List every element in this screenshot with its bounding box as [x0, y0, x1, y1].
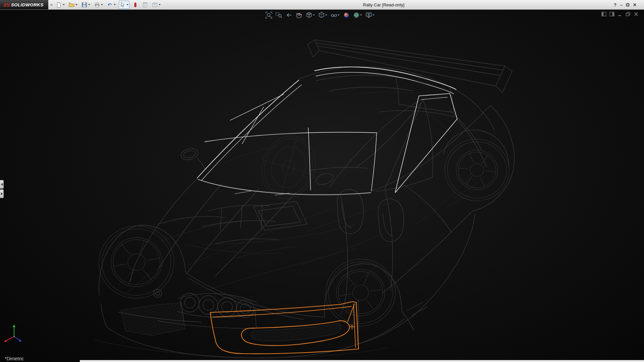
dassault-3ds-icon: ЗS	[3, 2, 10, 7]
undo-button[interactable]	[106, 1, 117, 9]
save-button[interactable]	[80, 1, 91, 9]
save-floppy-icon	[82, 2, 87, 8]
maximize-button[interactable]	[626, 3, 629, 6]
feature-pane-splitter	[0, 180, 4, 199]
dropdown-arrow-icon[interactable]	[373, 14, 375, 16]
collapse-pane-button[interactable]	[0, 180, 4, 189]
section-view-button[interactable]	[296, 11, 303, 19]
minimize-document-button[interactable]	[618, 12, 623, 16]
dropdown-arrow-icon[interactable]	[126, 4, 128, 5]
standard-toolbar	[55, 1, 162, 9]
select-tool-button[interactable]	[119, 1, 129, 9]
red-appearance-icon	[132, 2, 138, 8]
new-document-icon	[56, 2, 62, 8]
expand-pane-button[interactable]	[0, 189, 4, 198]
display-style-icon	[318, 12, 325, 18]
dropdown-arrow-icon[interactable]	[101, 4, 103, 5]
dropdown-arrow-icon[interactable]	[75, 4, 77, 5]
window-controls: ? – ✕	[614, 0, 637, 9]
wireframe-car-model[interactable]	[0, 10, 644, 362]
printer-icon	[94, 2, 100, 8]
appearances-button[interactable]	[131, 1, 139, 9]
wheel-wireframes	[93, 129, 512, 330]
tile-left-button[interactable]	[601, 12, 606, 16]
dropdown-arrow-icon[interactable]	[313, 14, 315, 16]
document-window-controls	[601, 12, 639, 16]
view-orientation-button[interactable]	[306, 11, 315, 19]
tile-right-button[interactable]	[609, 12, 614, 16]
heads-up-view-toolbar	[265, 11, 375, 19]
display-style-button[interactable]	[318, 11, 328, 19]
dropdown-arrow-icon[interactable]	[88, 4, 90, 5]
design-binder-button[interactable]	[141, 1, 149, 9]
glasses-icon	[331, 12, 337, 18]
edit-appearance-button[interactable]	[343, 11, 350, 19]
undo-arrow-icon	[107, 2, 113, 8]
view-settings-button[interactable]	[365, 11, 375, 19]
title-bar: ЗS SOLIDWORKS »	[0, 0, 644, 10]
new-file-button[interactable]	[55, 1, 66, 9]
menu-flyout-chevron[interactable]: »	[50, 2, 53, 7]
close-document-button[interactable]	[634, 12, 639, 16]
section-view-icon	[296, 12, 303, 18]
previous-view-icon	[286, 12, 292, 18]
zoom-to-area-icon	[276, 12, 282, 18]
help-button[interactable]: ?	[614, 3, 616, 7]
highlighted-edges[interactable]	[197, 67, 457, 195]
arrow-left-icon	[1, 183, 3, 186]
view-orientation-label: *Dimetric	[5, 356, 24, 361]
open-folder-icon	[69, 2, 74, 8]
previous-view-button[interactable]	[285, 11, 293, 19]
dropdown-arrow-icon[interactable]	[159, 4, 161, 5]
options-button[interactable]	[151, 1, 162, 9]
zoom-to-fit-button[interactable]	[265, 11, 273, 19]
close-button[interactable]: ✕	[633, 3, 637, 7]
appearance-sphere-icon	[343, 12, 350, 18]
window-title: Rally Car [Read-only]	[363, 2, 405, 7]
scene-globe-icon	[353, 12, 360, 18]
select-cursor-icon	[120, 2, 125, 8]
dropdown-arrow-icon[interactable]	[114, 4, 116, 5]
view-orientation-cube-icon	[306, 12, 313, 18]
solidworks-window: ЗS SOLIDWORKS »	[0, 0, 644, 362]
dropdown-arrow-icon[interactable]	[360, 14, 362, 16]
brand-name: SOLIDWORKS	[11, 2, 44, 7]
options-table-icon	[152, 2, 158, 8]
front-grille-mesh	[121, 303, 185, 336]
zoom-to-fit-icon	[266, 12, 272, 18]
print-button[interactable]	[93, 1, 104, 9]
hide-show-items-button[interactable]	[330, 11, 340, 19]
minimize-button[interactable]: –	[620, 3, 623, 7]
arrow-right-icon	[1, 192, 3, 195]
restore-document-button[interactable]	[626, 12, 631, 16]
zoom-to-area-button[interactable]	[275, 11, 283, 19]
open-file-button[interactable]	[68, 1, 78, 9]
solidworks-logo: ЗS SOLIDWORKS	[0, 0, 48, 9]
status-bar-strip	[80, 360, 644, 362]
dropdown-arrow-icon[interactable]	[63, 4, 65, 5]
graphics-viewport[interactable]: *Dimetric	[0, 10, 644, 362]
dropdown-arrow-icon[interactable]	[325, 14, 327, 16]
view-settings-monitor-icon	[366, 12, 372, 18]
selection-crosshair-icon	[349, 324, 355, 329]
clipboard-icon	[142, 2, 148, 8]
apply-scene-button[interactable]	[353, 11, 363, 19]
reference-triad	[2, 322, 28, 348]
dropdown-arrow-icon[interactable]	[338, 14, 340, 16]
